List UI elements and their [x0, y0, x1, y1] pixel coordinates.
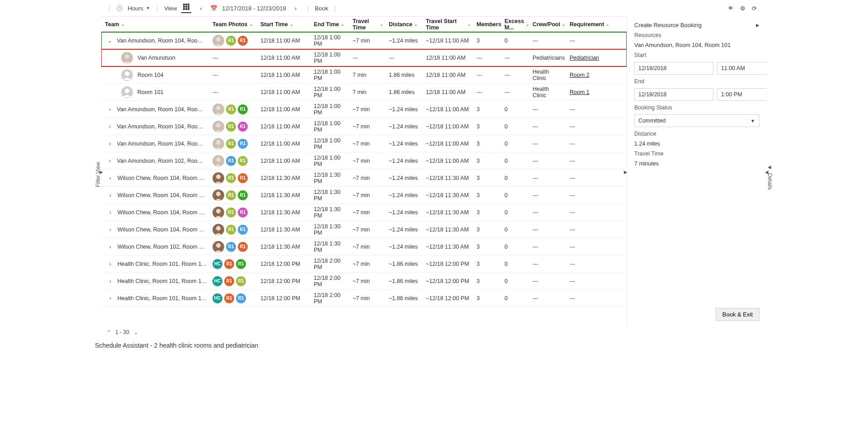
refresh-icon[interactable]: ⟳	[752, 5, 757, 12]
cell-end: 12/18 1:00 PM	[311, 103, 350, 116]
next-week-button[interactable]: ›	[291, 3, 301, 13]
book-exit-button[interactable]: Book & Exit	[716, 308, 760, 321]
requirement-link[interactable]: Room 1	[570, 89, 590, 95]
cell-excess: ---	[502, 72, 530, 78]
col-members[interactable]: Members⌄	[474, 21, 502, 28]
col-team[interactable]: Team⌄	[101, 21, 210, 28]
col-travel[interactable]: Travel Time⌄	[350, 18, 386, 31]
table-row[interactable]: ›Van Amundson, Room 104, Room 103R1R112/…	[101, 101, 627, 118]
cell-start: 12/18 11:00 AM	[258, 89, 311, 95]
col-end[interactable]: End Time⌄	[311, 21, 350, 28]
cell-requirement: ---	[567, 158, 608, 164]
cell-crew: ---	[530, 123, 567, 130]
col-excess[interactable]: Excess M...⌄	[502, 18, 530, 31]
chevron-right-icon[interactable]: ▶	[756, 23, 760, 28]
cell-tstart: ~12/18 11:00 AM	[423, 141, 474, 147]
cell-end: 12/18 1:00 PM	[311, 155, 350, 167]
cell-excess: 0	[502, 226, 530, 233]
expand-toggle[interactable]: ›	[105, 192, 116, 198]
table-row[interactable]: ›Health Clinic, Room 101, Room 104HCR1R1…	[101, 273, 627, 290]
svg-point-7	[216, 106, 221, 110]
table-row[interactable]: ›Wilson Chew, Room 102, Room 101R1R112/1…	[101, 238, 627, 255]
col-req[interactable]: Requirement⌄	[567, 21, 608, 28]
cell-end: 12/18 2:00 PM	[311, 258, 350, 270]
cell-crew: Pediatricians	[530, 55, 567, 61]
table-row[interactable]: ›Health Clinic, Room 101, Room 102HCR1R1…	[101, 290, 627, 307]
expand-panel-handle[interactable]: ▶	[624, 163, 627, 181]
expand-left-handle[interactable]: ▶	[99, 163, 103, 181]
team-photos: R1R1	[212, 35, 248, 47]
cell-requirement: ---	[567, 141, 608, 147]
pager-up-button[interactable]: ⌃	[107, 330, 111, 335]
cell-travel: ~7 min	[350, 141, 386, 147]
cell-travel: ~7 min	[350, 175, 386, 181]
cell-travel: 7 min	[350, 89, 386, 95]
resource-chip: R1	[226, 36, 236, 46]
table-row[interactable]: ›Wilson Chew, Room 104, Room 102R1R112/1…	[101, 221, 627, 238]
col-tstart[interactable]: Travel Start Time⌄	[423, 18, 474, 31]
resource-chip: R1	[238, 104, 248, 114]
cell-excess: 0	[502, 192, 530, 198]
start-date-input[interactable]	[634, 62, 713, 75]
col-crew[interactable]: Crew/Pool⌄	[530, 21, 567, 28]
end-date-input[interactable]	[634, 88, 713, 101]
team-photos: R1R1	[212, 241, 248, 253]
cell-crew: ---	[530, 226, 567, 233]
expand-toggle[interactable]: ›	[105, 158, 115, 164]
table-row[interactable]: ›Wilson Chew, Room 104, Room 101R1R112/1…	[101, 170, 627, 187]
cell-start: 12/18 11:00 AM	[258, 106, 311, 113]
resource-chip: R1	[238, 190, 248, 200]
resource-chip: R1	[224, 276, 234, 286]
expand-toggle[interactable]: ›	[105, 123, 115, 130]
expand-toggle[interactable]: ›	[105, 175, 116, 181]
table-row[interactable]: ⌄Van Amundson, Room 104, Room 101R1R112/…	[101, 32, 627, 49]
table-row[interactable]: ›Van Amundson, Room 102, Room 104R1R112/…	[101, 152, 627, 170]
table-row[interactable]: Van Amundson---12/18 11:00 AM12/18 1:00 …	[101, 49, 627, 66]
cell-tstart: ~12/18 11:00 AM	[423, 123, 474, 130]
pager-down-button[interactable]: ⌄	[134, 330, 138, 335]
col-distance[interactable]: Distance⌄	[386, 21, 423, 28]
book-button[interactable]: Book	[315, 5, 328, 12]
expand-toggle[interactable]: ›	[105, 261, 116, 267]
cell-crew: ---	[530, 158, 567, 164]
avatar	[121, 52, 133, 64]
expand-toggle[interactable]: ⌄	[105, 38, 115, 44]
requirement-link[interactable]: Room 2	[570, 72, 590, 78]
cell-excess: 0	[502, 123, 530, 130]
prev-week-button[interactable]: ‹	[196, 3, 206, 13]
requirement-link[interactable]: Pediatrician	[570, 55, 599, 61]
end-time-input[interactable]	[717, 88, 767, 101]
avatar	[212, 207, 224, 218]
cell-tstart: ~12/18 11:30 AM	[423, 209, 474, 216]
table-row[interactable]: ›Wilson Chew, Room 104, Room 103R1R112/1…	[101, 187, 627, 204]
cell-start: 12/18 11:30 AM	[258, 226, 311, 233]
team-name: Health Clinic, Room 101, Room 104	[118, 278, 207, 284]
table-row[interactable]: ›Van Amundson, Room 104, Room 105R1R112/…	[101, 118, 627, 135]
table-row[interactable]: ›Van Amundson, Room 104, Room 102R1R112/…	[101, 135, 627, 152]
grid-view-button[interactable]	[181, 3, 191, 13]
table-row[interactable]: ›Health Clinic, Room 101, Room 103HCR1R1…	[101, 255, 627, 273]
resources-label: Resources	[634, 32, 760, 38]
cell-excess: 0	[502, 175, 530, 181]
col-start[interactable]: Start Time⌄	[258, 21, 311, 28]
expand-right-handle[interactable]: ◀	[765, 163, 769, 181]
expand-toggle[interactable]: ›	[105, 209, 116, 216]
gear-icon[interactable]: ⚙	[740, 5, 745, 12]
expand-toggle[interactable]: ›	[105, 278, 116, 284]
table-row[interactable]: Room 104---12/18 11:00 AM12/18 1:00 PM7 …	[101, 66, 627, 84]
expand-toggle[interactable]: ›	[105, 141, 115, 147]
booking-status-select[interactable]	[634, 114, 760, 127]
expand-toggle[interactable]: ›	[105, 106, 115, 113]
expand-toggle[interactable]: ›	[105, 226, 116, 233]
table-row[interactable]: Room 101---12/18 11:00 AM12/18 1:00 PM7 …	[101, 84, 627, 101]
resource-chip: R1	[226, 156, 236, 166]
table-row[interactable]: ›Wilson Chew, Room 104, Room 105R1R112/1…	[101, 204, 627, 221]
start-time-input[interactable]	[717, 62, 767, 75]
expand-toggle[interactable]: ›	[105, 295, 116, 302]
expand-toggle[interactable]: ›	[105, 244, 116, 250]
cell-members: 3	[474, 141, 502, 147]
col-photos[interactable]: Team Photos⌄	[210, 21, 258, 28]
resource-chip: R1	[236, 259, 246, 269]
hours-dropdown[interactable]: Hours ▼	[127, 5, 150, 12]
eye-icon[interactable]: 👁	[728, 5, 734, 12]
